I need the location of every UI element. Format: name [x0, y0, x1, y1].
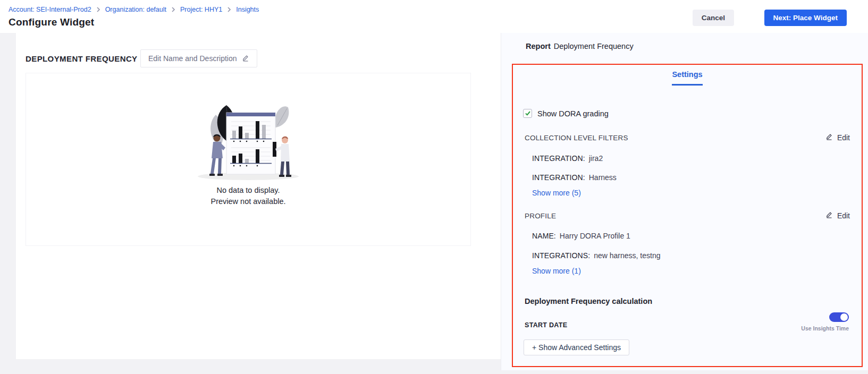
integration-row: INTEGRATION:jira2 — [532, 154, 603, 163]
calculation-title: Deployment Frequency calculation — [525, 297, 652, 305]
profile-name-row: NAME:Harry DORA Profile 1 — [532, 232, 630, 240]
edit-profile-link[interactable]: Edit — [825, 211, 850, 220]
integration-row: INTEGRATION:Harness — [532, 173, 617, 182]
report-value: Deployment Frequency — [554, 42, 634, 50]
empty-state-illustration — [182, 92, 315, 182]
widget-preview-panel: DEPLOYMENT FREQUENCY Edit Name and Descr… — [16, 33, 501, 359]
integrations-value: new harness, testng — [594, 251, 660, 260]
profile-header: PROFILE — [525, 212, 556, 220]
chevron-right-icon — [96, 7, 100, 12]
edit-collection-filters-link[interactable]: Edit — [825, 133, 850, 142]
top-header: Account: SEI-Internal-Prod2 Organization… — [0, 0, 868, 33]
integration-value: jira2 — [589, 154, 603, 163]
chevron-right-icon — [171, 7, 175, 12]
integration-label: INTEGRATION: — [532, 173, 585, 182]
show-dora-grading-row[interactable]: Show DORA grading — [523, 109, 609, 118]
breadcrumb-account[interactable]: Account: SEI-Internal-Prod2 — [9, 6, 91, 13]
report-heading: ReportDeployment Frequency — [526, 42, 634, 50]
profile-integrations-row: INTEGRATIONS:new harness, testng — [532, 251, 660, 260]
integrations-label: INTEGRATIONS: — [532, 251, 590, 260]
breadcrumb-insights[interactable]: Insights — [236, 6, 259, 13]
pencil-icon — [242, 54, 249, 63]
dora-grading-label: Show DORA grading — [537, 109, 609, 118]
integration-label: INTEGRATION: — [532, 154, 585, 163]
name-value: Harry DORA Profile 1 — [560, 232, 630, 240]
check-icon — [525, 109, 531, 118]
report-label: Report — [526, 42, 551, 50]
toggle-knob — [840, 313, 848, 321]
pencil-icon — [825, 133, 833, 142]
name-label: NAME: — [532, 232, 556, 240]
collection-filters-header: COLLECTION LEVEL FILTERS — [525, 134, 628, 142]
dora-grading-checkbox[interactable] — [523, 109, 532, 118]
edit-name-label: Edit Name and Description — [148, 54, 237, 63]
widget-settings-panel: ReportDeployment Frequency Settings Show… — [501, 33, 868, 370]
breadcrumb-project[interactable]: Project: HHY1 — [180, 6, 222, 13]
use-insights-time-toggle[interactable] — [829, 312, 849, 322]
show-advanced-settings-button[interactable]: + Show Advanced Settings — [524, 339, 629, 355]
preview-unavailable-text: Preview not available. — [26, 197, 470, 206]
edit-name-description-button[interactable]: Edit Name and Description — [140, 49, 257, 67]
breadcrumb-organization[interactable]: Organization: default — [105, 6, 166, 13]
no-data-text: No data to display. — [26, 186, 470, 194]
settings-highlight-box: Settings Show DORA grading COLLECTION LE… — [512, 64, 863, 367]
edit-label: Edit — [837, 133, 850, 142]
widget-preview-card: No data to display. Preview not availabl… — [26, 73, 471, 246]
pencil-icon — [825, 211, 833, 220]
cancel-button[interactable]: Cancel — [693, 10, 734, 26]
tab-settings[interactable]: Settings — [513, 70, 862, 79]
tab-active-indicator — [672, 84, 703, 86]
collection-show-more-link[interactable]: Show more (5) — [532, 189, 581, 197]
profile-show-more-link[interactable]: Show more (1) — [532, 267, 581, 275]
use-insights-time-label: Use Insights Time — [801, 325, 849, 332]
breadcrumb: Account: SEI-Internal-Prod2 Organization… — [9, 6, 259, 13]
page-title: Configure Widget — [9, 16, 94, 28]
integration-value: Harness — [589, 173, 617, 182]
chevron-right-icon — [227, 7, 231, 12]
next-place-widget-button[interactable]: Next: Place Widget — [764, 10, 847, 26]
edit-label: Edit — [837, 211, 850, 220]
start-date-label: START DATE — [525, 321, 567, 329]
widget-name-heading: DEPLOYMENT FREQUENCY — [26, 54, 138, 63]
